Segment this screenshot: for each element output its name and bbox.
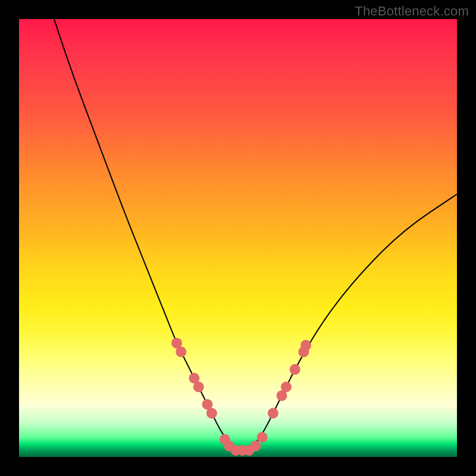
chart-frame: TheBottleneck.com xyxy=(0,0,476,476)
bottleneck-curve xyxy=(54,19,457,450)
curve-marker xyxy=(300,340,311,350)
curve-marker xyxy=(250,441,261,452)
curve-markers xyxy=(171,338,311,456)
curve-marker xyxy=(176,346,186,357)
curve-marker xyxy=(256,432,267,443)
curve-marker xyxy=(206,408,217,418)
plot-area xyxy=(19,19,457,457)
curve-marker xyxy=(290,364,300,375)
curve-marker xyxy=(268,408,278,418)
watermark-text: TheBottleneck.com xyxy=(355,4,469,19)
chart-svg xyxy=(19,19,457,457)
curve-marker xyxy=(193,381,204,392)
curve-marker xyxy=(281,381,292,392)
